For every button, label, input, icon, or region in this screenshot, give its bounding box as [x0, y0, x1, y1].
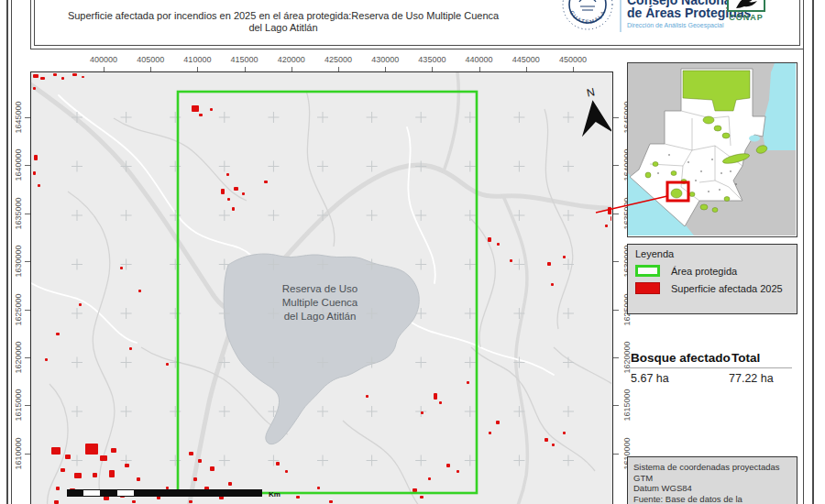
conap-bird-icon: [727, 0, 765, 12]
fire-polygon: [210, 466, 214, 471]
fire-polygon: [428, 477, 431, 480]
stats-col2-header: Total: [732, 351, 760, 365]
fire-polygon: [544, 438, 548, 442]
fire-polygon: [198, 459, 202, 463]
page-border-right-inner: [803, 0, 804, 504]
fire-polygon: [166, 363, 169, 366]
fire-polygon: [60, 468, 65, 472]
y-axis-tick: [613, 454, 619, 455]
y-axis-tick: [613, 310, 619, 311]
fire-polygon: [65, 455, 71, 459]
fire-polygon: [210, 108, 213, 111]
guatemala-seal-icon: GUATEMALA: [561, 0, 614, 35]
fire-polygon: [232, 207, 235, 211]
page-border-right-outer: [812, 0, 814, 504]
fire-polygon: [420, 496, 424, 499]
fire-polygon: [276, 462, 280, 466]
fire-polygon: [56, 333, 60, 335]
fire-polygon: [497, 243, 500, 246]
fire-polygon: [488, 237, 491, 242]
fire-polygon: [329, 500, 333, 503]
fire-polygon: [489, 432, 491, 434]
fire-polygon: [228, 482, 232, 486]
conap-acronym: CONAP: [726, 13, 766, 22]
svg-text:Reserva de Uso: Reserva de Uso: [282, 283, 358, 294]
y-axis-label: 1620000: [14, 341, 23, 373]
source-info-line: Fuente: Base de datos de la: [633, 494, 791, 504]
fire-polygon: [132, 500, 136, 503]
fire-polygon: [242, 192, 245, 195]
source-info-line: GTM: [633, 473, 791, 484]
fire-polygon: [79, 303, 82, 306]
org-subtitle: Dirección de Análisis Geoespacial: [627, 22, 755, 28]
x-axis-label: 435000: [418, 55, 446, 64]
fire-polygon: [38, 184, 40, 187]
stats-col1-value: 5.67 ha: [631, 372, 669, 385]
fire-polygon: [189, 452, 193, 455]
stats-col1-header: Bosque afectado: [631, 351, 731, 365]
header-title-box: Superficie afectada por incendios en 202…: [30, 0, 804, 49]
inset-connector-line: [591, 188, 674, 217]
fire-polygon: [125, 464, 129, 467]
fire-polygon: [61, 77, 64, 80]
fire-polygon: [33, 74, 38, 78]
y-axis-label: 1640000: [14, 149, 23, 181]
fire-polygon: [93, 473, 97, 477]
lake-izabal: [749, 136, 760, 142]
fire-polygon: [446, 464, 450, 467]
legend-item: Área protegida: [635, 265, 797, 277]
fire-polygon: [421, 411, 424, 414]
legend-title: Leyenda: [635, 248, 797, 259]
fire-polygon: [53, 73, 57, 76]
fire-polygon: [45, 358, 48, 361]
y-axis-label: 1645000: [14, 101, 23, 133]
y-axis-tick: [613, 165, 619, 166]
x-axis-label: 440000: [466, 55, 493, 64]
fire-polygon: [227, 198, 230, 201]
legend-item-label: Superficie afectada 2025: [671, 283, 783, 294]
fire-polygon: [496, 421, 500, 424]
y-axis-tick: [613, 405, 619, 406]
y-axis-tick: [613, 117, 619, 118]
fire-polygon: [111, 448, 116, 453]
fire-polygon: [100, 455, 107, 461]
legend-items: Área protegidaSuperficie afectada 2025: [635, 265, 797, 294]
fire-polygon: [51, 447, 60, 455]
stats-col2-value: 77.22 ha: [729, 372, 774, 385]
main-map: Reserva de Uso Multiple Cuenca del Lago …: [30, 71, 613, 504]
x-axis-label: 445000: [512, 55, 540, 64]
fire-polygon: [456, 470, 459, 473]
fire-polygon: [85, 444, 98, 455]
fire-polygon: [412, 488, 417, 492]
fire-polygon: [317, 487, 320, 489]
fire-polygon: [54, 500, 59, 504]
x-axis-label: 450000: [559, 55, 587, 64]
source-info-line: Datum WGS84: [633, 483, 791, 494]
fire-polygon: [439, 401, 442, 404]
fire-polygon: [467, 381, 469, 384]
fire-polygon: [510, 259, 512, 262]
fire-polygon: [166, 487, 169, 489]
conap-logo: CONAP: [726, 0, 766, 22]
fire-polygon: [605, 225, 608, 227]
fire-polygon: [72, 73, 77, 76]
y-axis-tick: [613, 357, 619, 358]
fire-polygon: [74, 473, 82, 478]
x-axis-label: 405000: [137, 55, 164, 64]
legend-swatch-fill-red: [635, 282, 660, 294]
stats-table: Bosque afectado Total 5.67 ha 77.22 ha: [627, 351, 798, 388]
fire-polygon: [33, 171, 36, 175]
x-axis-label: 410000: [183, 55, 211, 64]
header-divider: [620, 0, 622, 32]
y-axis-tick: [613, 261, 619, 262]
fire-polygon: [34, 155, 38, 160]
fire-polygon: [563, 256, 566, 258]
legend-item-label: Área protegida: [671, 266, 737, 277]
x-axis-label: 420000: [278, 55, 305, 64]
legend-swatch-outline-green: [635, 265, 660, 277]
fire-polygon: [547, 262, 551, 266]
fire-polygon: [366, 395, 368, 398]
fire-polygon: [434, 393, 437, 400]
fire-polygon: [234, 187, 238, 191]
fire-polygon: [264, 181, 268, 183]
